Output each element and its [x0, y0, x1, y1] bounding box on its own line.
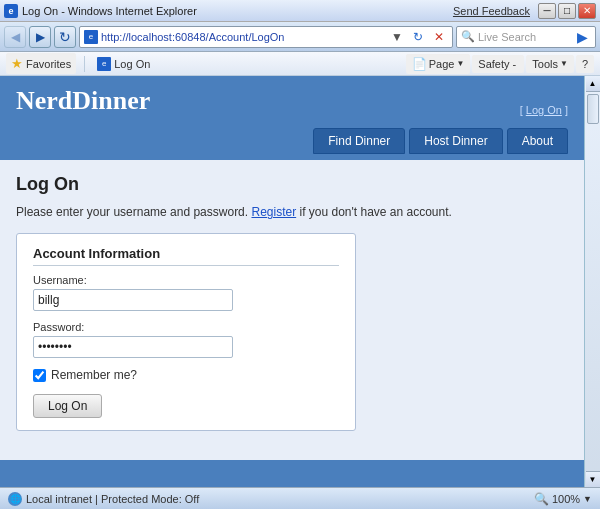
page-menu-button[interactable]: 📄 Page ▼ — [406, 54, 471, 74]
status-bar: 🌐 Local intranet | Protected Mode: Off 🔍… — [0, 487, 600, 509]
nav-host-dinner[interactable]: Host Dinner — [409, 128, 502, 154]
star-icon: ★ — [11, 56, 23, 71]
live-search-go-button[interactable]: ▶ — [573, 28, 591, 46]
tools-menu-button[interactable]: Tools ▼ — [526, 55, 574, 73]
favorites-item-logon[interactable]: e Log On — [93, 55, 154, 73]
ie-icon: e — [4, 4, 18, 18]
forward-button[interactable]: ▶ — [29, 26, 51, 48]
window-title: Log On - Windows Internet Explorer — [22, 5, 197, 17]
favorites-button[interactable]: ★ Favorites — [6, 53, 76, 74]
register-link[interactable]: Register — [251, 205, 296, 219]
username-input[interactable] — [33, 289, 233, 311]
password-input[interactable] — [33, 336, 233, 358]
scrollbar[interactable]: ▲ ▼ — [584, 76, 600, 487]
zoom-icon: 🔍 — [534, 492, 549, 506]
header-login-link[interactable]: Log On — [526, 104, 562, 116]
nav-find-dinner[interactable]: Find Dinner — [313, 128, 405, 154]
password-label: Password: — [33, 321, 339, 333]
password-field-group: Password: — [33, 321, 339, 358]
remember-row: Remember me? — [33, 368, 339, 382]
browser-content: NerdDinner [ Log On ] Find Dinner Host D… — [0, 76, 600, 487]
message-post: if you don't have an account. — [296, 205, 452, 219]
scroll-thumb[interactable] — [587, 94, 599, 124]
scroll-down-button[interactable]: ▼ — [586, 471, 600, 487]
help-button[interactable]: ? — [576, 55, 594, 73]
site-header: NerdDinner [ Log On ] — [0, 76, 584, 124]
nav-about[interactable]: About — [507, 128, 568, 154]
tools-menu-arrow: ▼ — [560, 59, 568, 68]
intranet-icon: 🌐 — [8, 492, 22, 506]
page-content: Log On Please enter your username and pa… — [0, 160, 584, 460]
address-refresh-button[interactable]: ↻ — [409, 28, 427, 46]
address-dropdown-button[interactable]: ▼ — [388, 28, 406, 46]
main-area: NerdDinner [ Log On ] Find Dinner Host D… — [0, 76, 584, 487]
username-field-group: Username: — [33, 274, 339, 311]
address-bar: ◀ ▶ ↻ e http://localhost:60848/Account/L… — [0, 22, 600, 52]
live-search-icon: 🔍 — [461, 30, 475, 43]
minimize-button[interactable]: ─ — [538, 3, 556, 19]
send-feedback-link[interactable]: Send Feedback — [453, 5, 530, 17]
scroll-up-button[interactable]: ▲ — [586, 76, 600, 92]
site-title: NerdDinner — [16, 86, 150, 116]
logon-fav-label: Log On — [114, 58, 150, 70]
favorites-right-buttons: 📄 Page ▼ Safety - Tools ▼ ? — [406, 54, 594, 74]
remember-checkbox[interactable] — [33, 369, 46, 382]
status-text: Local intranet | Protected Mode: Off — [26, 493, 530, 505]
close-button[interactable]: ✕ — [578, 3, 596, 19]
scroll-track — [587, 92, 599, 471]
login-bracket-close: ] — [562, 104, 568, 116]
page-favicon: e — [84, 30, 98, 44]
zoom-dropdown-icon[interactable]: ▼ — [583, 494, 592, 504]
site-nav: Find Dinner Host Dinner About — [0, 124, 584, 160]
zoom-info: 🔍 100% ▼ — [534, 492, 592, 506]
live-search-wrap: 🔍 Live Search ▶ — [456, 26, 596, 48]
page-title: Log On — [16, 174, 568, 195]
logon-favicon: e — [97, 57, 111, 71]
page-icon-small: 📄 — [412, 57, 427, 71]
refresh-button[interactable]: ↻ — [54, 26, 76, 48]
message-pre: Please enter your username and password. — [16, 205, 251, 219]
safety-menu-button[interactable]: Safety - — [472, 55, 524, 73]
form-box-title: Account Information — [33, 246, 339, 266]
back-button[interactable]: ◀ — [4, 26, 26, 48]
address-bar-input-wrap: e http://localhost:60848/Account/LogOn ▼… — [79, 26, 453, 48]
title-bar: e Log On - Windows Internet Explorer Sen… — [0, 0, 600, 22]
favorites-label: Favorites — [26, 58, 71, 70]
page-menu-arrow: ▼ — [456, 59, 464, 68]
live-search-placeholder: Live Search — [478, 31, 570, 43]
account-info-form: Account Information Username: Password: … — [16, 233, 356, 431]
logon-button[interactable]: Log On — [33, 394, 102, 418]
address-text[interactable]: http://localhost:60848/Account/LogOn — [101, 31, 385, 43]
maximize-button[interactable]: □ — [558, 3, 576, 19]
favorites-divider — [84, 56, 85, 72]
login-link-wrap: [ Log On ] — [520, 104, 568, 116]
favorites-bar: ★ Favorites e Log On 📄 Page ▼ Safety - T… — [0, 52, 600, 76]
login-message: Please enter your username and password.… — [16, 205, 568, 219]
remember-label: Remember me? — [51, 368, 137, 382]
address-stop-button[interactable]: ✕ — [430, 28, 448, 46]
username-label: Username: — [33, 274, 339, 286]
zoom-level: 100% — [552, 493, 580, 505]
